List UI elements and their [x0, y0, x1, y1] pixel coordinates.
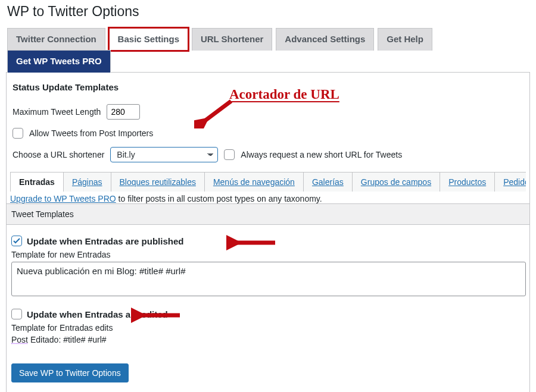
save-button[interactable]: Save WP to Twitter Options: [11, 363, 129, 382]
tab-twitter-connection[interactable]: Twitter Connection: [7, 28, 105, 51]
always-new-url-label: Always request a new short URL for Tweet…: [241, 150, 402, 159]
tab-basic-settings[interactable]: Basic Settings: [109, 28, 188, 51]
page-title: WP to Twitter Options: [7, 4, 529, 20]
edit-template-rest: Editado: #title# #url#: [28, 335, 107, 344]
admin-tabs: Twitter Connection Basic Settings URL Sh…: [6, 28, 530, 73]
upgrade-rest: to filter posts in all custom post types…: [116, 194, 322, 203]
max-tweet-length-input[interactable]: [107, 104, 140, 120]
allow-importers-checkbox[interactable]: [13, 128, 23, 139]
tab-get-help[interactable]: Get Help: [378, 28, 432, 51]
tab-advanced-settings[interactable]: Advanced Settings: [276, 28, 374, 51]
publish-template-input[interactable]: [11, 262, 526, 296]
tweet-templates-band: Tweet Templates: [7, 203, 529, 225]
subtab-pedidos[interactable]: Pedidos: [494, 172, 526, 192]
subtab-paginas[interactable]: Páginas: [63, 172, 111, 192]
subtab-grupos[interactable]: Grupos de campos: [352, 172, 440, 192]
basic-settings-panel: Status Update Templates Maximum Tweet Le…: [6, 73, 530, 392]
allow-importers-label: Allow Tweets from Post Importers: [29, 128, 153, 138]
status-templates-heading: Status Update Templates: [13, 82, 526, 92]
edit-caption: Template for Entradas edits: [11, 323, 526, 333]
upgrade-link[interactable]: Upgrade to WP Tweets PRO: [10, 194, 116, 203]
publish-checkbox[interactable]: [11, 236, 22, 246]
edit-template-word-post: Post: [11, 335, 28, 344]
subtab-entradas[interactable]: Entradas: [10, 172, 64, 192]
edit-template-input[interactable]: Post Editado: #title# #url#: [11, 335, 526, 352]
publish-caption: Template for new Entradas: [11, 250, 526, 259]
subtab-bloques[interactable]: Bloques reutilizables: [111, 172, 205, 192]
tab-url-shortener[interactable]: URL Shortener: [192, 28, 273, 51]
choose-shortener-label: Choose a URL shortener: [13, 150, 104, 159]
url-shortener-select[interactable]: Bit.ly: [110, 147, 218, 162]
tab-get-pro[interactable]: Get WP Tweets PRO: [7, 50, 111, 73]
subtab-galerias[interactable]: Galerías: [303, 172, 353, 192]
max-tweet-length-label: Maximum Tweet Length: [13, 107, 101, 117]
edit-checkbox[interactable]: [11, 309, 22, 319]
upgrade-note: Upgrade to WP Tweets PRO to filter posts…: [10, 192, 526, 203]
post-type-tabs: Entradas Páginas Bloques reutilizables M…: [10, 172, 526, 192]
always-new-url-checkbox[interactable]: [224, 149, 235, 160]
subtab-productos[interactable]: Productos: [440, 172, 495, 192]
subtab-menus[interactable]: Menús de navegación: [204, 172, 304, 192]
edit-checkbox-label: Update when Entradas are edited: [27, 309, 168, 319]
publish-checkbox-label: Update when Entradas are published: [27, 236, 183, 246]
